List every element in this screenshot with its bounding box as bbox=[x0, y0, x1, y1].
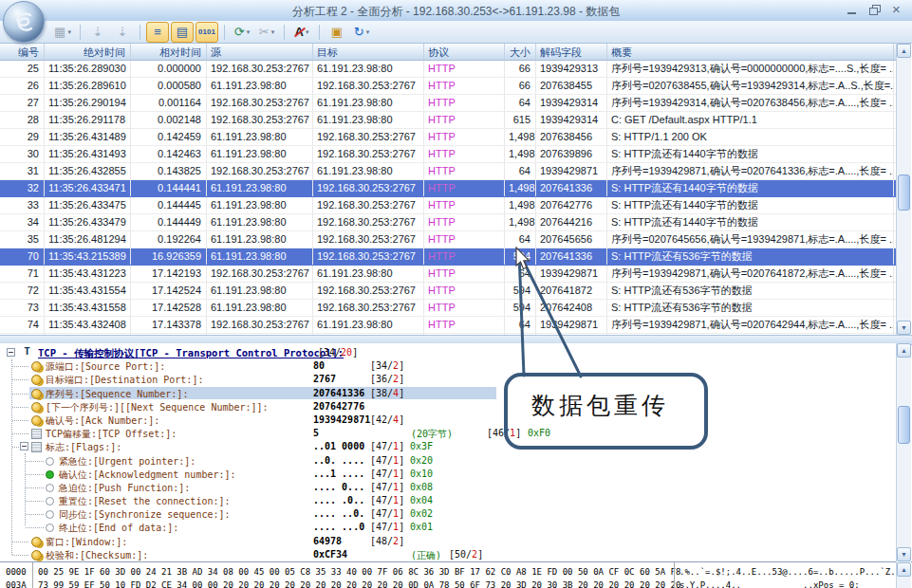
packet-row-70[interactable]: 7011:35:43.21538916.92635961.191.23.98:8… bbox=[0, 248, 896, 266]
packet-row-35[interactable]: 3511:35:26.4812940.19226461.191.23.98:80… bbox=[0, 231, 896, 248]
next-packet-button[interactable]: ⇣ bbox=[111, 22, 134, 43]
scroll-up-icon[interactable] bbox=[897, 562, 911, 577]
cell-source: 192.168.30.253:2767 bbox=[207, 163, 313, 179]
dropdown-caret-icon[interactable]: ▾ bbox=[366, 28, 370, 36]
cell-abs_time: 11:35:26.289610 bbox=[45, 78, 131, 94]
prev-packet-button[interactable]: ⇣ bbox=[86, 22, 109, 43]
tree-row-label: 重置位:[Reset the connection:]: bbox=[59, 495, 231, 508]
tree-row[interactable]: 窗口:[Window:]:64978[48/2] bbox=[0, 535, 896, 548]
scroll-down-icon[interactable] bbox=[897, 321, 911, 335]
packet-row-25[interactable]: 2511:35:26.2890300.000000192.168.30.253:… bbox=[0, 61, 896, 78]
tree-row[interactable]: [下一个序列号:][[Next Sequence Number:]]:20764… bbox=[0, 400, 896, 413]
col-header-source[interactable]: 源 bbox=[207, 44, 313, 60]
tree-scrollbar[interactable] bbox=[896, 343, 911, 561]
packet-detail-view-toggle[interactable]: ▤ bbox=[171, 22, 194, 43]
cell-decode: 1939429871 bbox=[536, 317, 607, 333]
col-header-abs_time[interactable]: 绝对时间 bbox=[45, 44, 131, 60]
close-button[interactable] bbox=[891, 4, 904, 16]
tree-connector bbox=[12, 366, 28, 367]
packet-row-34[interactable]: 3411:35:26.4334790.14444961.191.23.98:80… bbox=[0, 214, 896, 231]
toolbar-separator bbox=[224, 25, 225, 40]
tree-row-label: 确认位:[Acknowledgment number:]: bbox=[59, 469, 236, 482]
packet-row-26[interactable]: 2611:35:26.2896100.00058061.191.23.98:80… bbox=[0, 78, 896, 95]
col-header-no[interactable]: 编号 bbox=[0, 44, 45, 60]
packet-row-33[interactable]: 3311:35:26.4334750.14444561.191.23.98:80… bbox=[0, 197, 896, 214]
dropdown-caret-icon[interactable]: ▾ bbox=[271, 28, 275, 36]
packet-row-31[interactable]: 3111:35:26.4328550.143825192.168.30.253:… bbox=[0, 163, 896, 180]
hex-line[interactable]: 000000 25 9E 1F 60 3D 00 24 21 3B AD 34 … bbox=[0, 566, 912, 579]
tree-cell-g: 0x04 bbox=[410, 495, 433, 505]
tree-connector bbox=[26, 514, 44, 515]
tree-row[interactable]: TCP - 传输控制协议[TCP - Transport Control Pro… bbox=[0, 346, 896, 359]
col-header-proto[interactable]: 协议 bbox=[424, 44, 505, 60]
col-header-size[interactable]: 大小 bbox=[505, 44, 536, 60]
dropdown-caret-icon[interactable]: ▾ bbox=[306, 28, 309, 36]
tree-row[interactable]: 校验和:[Checksum:]:0xCF34(正确)[50/2] bbox=[0, 548, 896, 561]
tree-row[interactable]: 同步位:[Synchronize sequence:]:.... ..0.[47… bbox=[0, 507, 896, 521]
hex-view-toggle[interactable]: 0101 bbox=[195, 22, 218, 43]
hex-ascii: .%..`=.$!;.4..E...53@....6=..b.....P...`… bbox=[679, 566, 896, 579]
cell-dest: 192.168.30.253:2767 bbox=[313, 214, 424, 230]
tree-row[interactable]: 确认位:[Acknowledgment number:]:...1 ....[4… bbox=[0, 468, 896, 481]
scroll-down-icon[interactable] bbox=[897, 547, 911, 561]
col-header-dest[interactable]: 目标 bbox=[313, 44, 424, 60]
scroll-up-icon[interactable] bbox=[897, 343, 911, 358]
tree-row[interactable]: TCP偏移量:[TCP Offset:]:5(20字节)[46/1]0xF0 bbox=[0, 427, 896, 440]
auto-refresh-button[interactable]: ⟳▾ bbox=[231, 22, 253, 43]
packet-row-29[interactable]: 2911:35:26.4314890.14245961.191.23.98:80… bbox=[0, 129, 896, 146]
packet-row-30[interactable]: 3011:35:26.4314930.14246361.191.23.98:80… bbox=[0, 146, 896, 163]
window-title: 分析工程 2 - 全面分析 - 192.168.30.253<->61.191.… bbox=[0, 4, 912, 20]
packet-row-27[interactable]: 2711:35:26.2901940.001164192.168.30.253:… bbox=[0, 95, 896, 112]
table-scrollbar[interactable] bbox=[896, 44, 911, 335]
col-header-summary[interactable]: 概要 bbox=[607, 44, 894, 60]
dropdown-caret-icon[interactable]: ▾ bbox=[247, 28, 251, 36]
tree-row-label: 标志:[Flags:]: bbox=[46, 441, 121, 454]
tree-row[interactable]: 紧急位:[Urgent pointer:]:..0. ....[47/1]0x2… bbox=[0, 454, 896, 468]
packet-row-28[interactable]: 2811:35:26.2911780.002148192.168.30.253:… bbox=[0, 112, 896, 129]
tree-row[interactable]: 序列号:[Sequence Number:]:207641336[38/4] bbox=[0, 387, 896, 400]
col-header-decode[interactable]: 解码字段 bbox=[536, 44, 607, 60]
tree-cell-v: 207642776 bbox=[313, 401, 364, 412]
tree-row-label: 紧急位:[Urgent pointer:]: bbox=[59, 455, 195, 469]
packet-list-view-toggle[interactable]: ≡ bbox=[146, 22, 169, 43]
tree-row[interactable]: 终止位:[End of data:]:.... ...0[47/1]0x01 bbox=[0, 521, 896, 534]
cell-summary: 序列号=1939429871,确认号=0207641336,标志=.A....,… bbox=[607, 163, 894, 179]
table-scroll-thumb[interactable] bbox=[898, 175, 910, 211]
tree-row[interactable]: 标志:[Flags:]:..01 0000[47/1]0x3F bbox=[0, 440, 896, 453]
filter-button[interactable]: ✂▾ bbox=[255, 22, 278, 43]
collapse-toggle-icon[interactable] bbox=[20, 442, 28, 450]
tree-cell-off: [50/2] bbox=[449, 549, 483, 560]
tree-row[interactable]: 源端口:[Source Port:]:80[34/2] bbox=[0, 359, 896, 373]
hex-line[interactable]: 003A73 99 59 EF 50 10 FD D2 CE 34 00 00 … bbox=[0, 579, 912, 588]
cell-summary: S: HTTP流还有1440字节的数据 bbox=[607, 146, 894, 162]
export-button[interactable]: ▦▾ bbox=[51, 22, 74, 43]
cell-size: 594 bbox=[505, 248, 536, 265]
tree-scroll-thumb[interactable] bbox=[898, 406, 910, 444]
packet-row-32[interactable]: 3211:35:26.4334710.14444161.191.23.98:80… bbox=[0, 180, 896, 197]
dropdown-caret-icon[interactable]: ▾ bbox=[67, 28, 71, 36]
tree-row[interactable]: 目标端口:[Destination Port:]:2767[36/2] bbox=[0, 373, 896, 386]
packet-row-71[interactable]: 7111:35:43.43122317.142193192.168.30.253… bbox=[0, 266, 896, 283]
tree-row-label: 窗口:[Window:]: bbox=[46, 536, 127, 549]
cell-source: 61.191.23.98:80 bbox=[207, 231, 313, 248]
tree-row[interactable]: 重置位:[Reset the connection:]:.... .0..[47… bbox=[0, 494, 896, 507]
tree-row[interactable]: 确认号:[Ack Number:]:1939429871[42/4] bbox=[0, 413, 896, 427]
cell-rel_time: 0.000000 bbox=[131, 61, 207, 77]
scroll-up-icon[interactable] bbox=[897, 44, 911, 58]
packet-row-74[interactable]: 7411:35:43.43240817.143378192.168.30.253… bbox=[0, 317, 896, 334]
package-lock-button[interactable]: ▣ bbox=[326, 22, 348, 43]
tree-row[interactable]: 急迫位:[Push Function:]:.... 0...[47/1]0x08 bbox=[0, 481, 896, 494]
hex-scrollbar[interactable] bbox=[896, 561, 911, 588]
packet-row-73[interactable]: 7311:35:43.43155817.14252861.191.23.98:8… bbox=[0, 300, 896, 317]
refresh-button[interactable]: ↻▾ bbox=[350, 22, 373, 43]
packet-row-72[interactable]: 7211:35:43.43155417.14252461.191.23.98:8… bbox=[0, 283, 896, 300]
col-header-rel_time[interactable]: 相对时间 bbox=[131, 44, 207, 60]
highlight-font-button[interactable]: A▾ bbox=[290, 22, 313, 43]
cell-size: 1,498 bbox=[505, 214, 536, 230]
tree-connector bbox=[12, 433, 28, 434]
minimize-button[interactable] bbox=[846, 4, 859, 16]
collapse-toggle-icon[interactable] bbox=[7, 348, 15, 357]
tree-connector bbox=[26, 461, 44, 462]
restore-button[interactable] bbox=[868, 4, 882, 16]
tree-row-label: 序列号:[Sequence Number:]: bbox=[46, 388, 188, 401]
